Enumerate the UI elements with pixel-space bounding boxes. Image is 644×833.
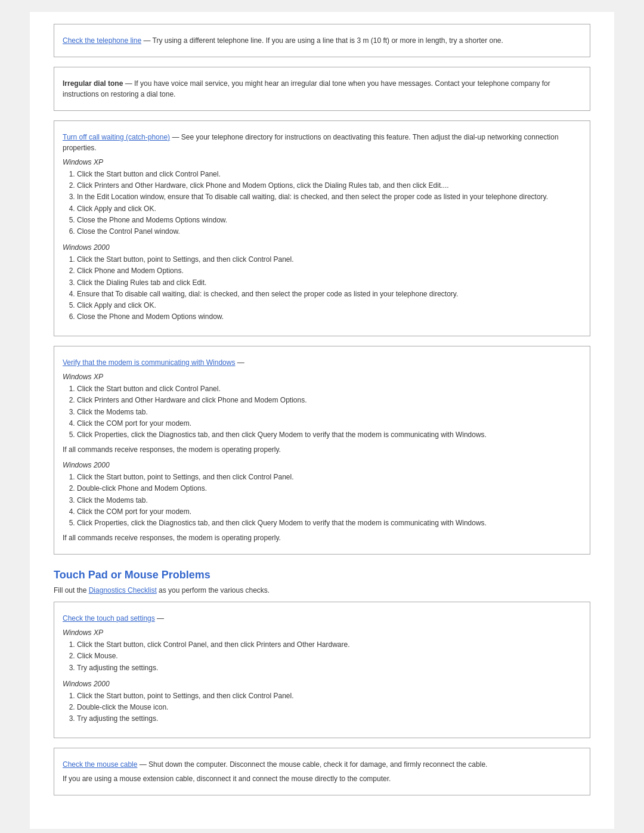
- diagnostics-checklist-link[interactable]: Diagnostics Checklist: [89, 586, 157, 594]
- list-item: Click Apply and click OK.: [77, 300, 581, 311]
- touchpad-intro-text: Fill out the: [54, 586, 86, 594]
- list-item: Close the Phone and Modem Options window…: [77, 311, 581, 323]
- verify-modem-heading-row: Verify that the modem is communicating w…: [63, 357, 581, 368]
- check-mouse-cable-link[interactable]: Check the mouse cable: [63, 760, 137, 769]
- verify-modem-w2k-footer: If all commands receive responses, the m…: [63, 532, 581, 543]
- telephone-line-body: Try using a different telephone line. If…: [150, 36, 503, 45]
- verify-modem-xp-steps: Click the Start button and click Control…: [77, 383, 581, 441]
- call-waiting-w2k-label: Windows 2000: [63, 243, 581, 252]
- list-item: Double-click the Mouse icon.: [77, 702, 581, 713]
- list-item: Click the Start button and click Control…: [77, 383, 581, 395]
- list-item: Click Apply and click OK.: [77, 203, 581, 215]
- list-item: Click the Modems tab.: [77, 407, 581, 418]
- irregular-dial-tone-dash: —: [123, 79, 132, 88]
- verify-modem-box: Verify that the modem is communicating w…: [54, 346, 590, 555]
- list-item: Click Properties, click the Diagnostics …: [77, 429, 581, 441]
- touchpad-settings-box: Check the touch pad settings — Windows X…: [54, 602, 590, 738]
- call-waiting-xp-label: Windows XP: [63, 158, 581, 166]
- touchpad-settings-heading-row: Check the touch pad settings —: [63, 613, 581, 624]
- verify-modem-dash: —: [235, 358, 244, 367]
- irregular-dial-tone-box: Irregular dial tone — If you have voice …: [54, 67, 590, 111]
- list-item: Try adjusting the settings.: [77, 662, 581, 674]
- list-item: Click Properties, click the Diagnostics …: [77, 518, 581, 529]
- list-item: Click the Modems tab.: [77, 495, 581, 506]
- list-item: Ensure that To disable call waiting, dia…: [77, 289, 581, 300]
- call-waiting-box: Turn off call waiting (catch-phone) — Se…: [54, 120, 590, 336]
- mouse-cable-body: Shut down the computer. Disconnect the m…: [147, 760, 488, 769]
- touchpad-section-title: Touch Pad or Mouse Problems: [54, 569, 590, 581]
- telephone-line-box: Check the telephone line — Try using a d…: [54, 24, 590, 57]
- mouse-cable-footer: If you are using a mouse extension cable…: [63, 773, 581, 784]
- mouse-cable-dash: —: [137, 760, 146, 769]
- touchpad-xp-steps: Click the Start button, click Control Pa…: [77, 639, 581, 674]
- verify-modem-w2k-label: Windows 2000: [63, 461, 581, 469]
- irregular-dial-tone-body: If you have voice mail service, you migh…: [63, 79, 550, 98]
- list-item: Click Printers and Other Hardware, click…: [77, 180, 581, 191]
- touchpad-intro-suffix: as you perform the various checks.: [157, 586, 270, 594]
- verify-modem-xp-footer: If all commands receive responses, the m…: [63, 444, 581, 455]
- call-waiting-content: Turn off call waiting (catch-phone) — Se…: [63, 127, 581, 330]
- call-waiting-dash: —: [170, 133, 179, 141]
- list-item: Double-click Phone and Modem Options.: [77, 483, 581, 494]
- list-item: Close the Phone and Modems Options windo…: [77, 215, 581, 226]
- touchpad-settings-dash: —: [155, 614, 164, 623]
- check-touchpad-link[interactable]: Check the touch pad settings: [63, 614, 155, 623]
- call-waiting-xp-steps: Click the Start button and click Control…: [77, 169, 581, 237]
- list-item: Try adjusting the settings.: [77, 713, 581, 724]
- mouse-cable-heading-row: Check the mouse cable — Shut down the co…: [63, 759, 581, 770]
- list-item: Click the Start button and click Control…: [77, 169, 581, 180]
- list-item: Click the Start button, point to Setting…: [77, 472, 581, 483]
- telephone-line-dash: —: [141, 36, 150, 45]
- call-waiting-w2k-steps: Click the Start button, point to Setting…: [77, 254, 581, 323]
- irregular-dial-tone-content: Irregular dial tone — If you have voice …: [63, 73, 581, 104]
- check-telephone-line-link[interactable]: Check the telephone line: [63, 36, 141, 45]
- verify-modem-content: Verify that the modem is communicating w…: [63, 352, 581, 548]
- call-waiting-link[interactable]: Turn off call waiting (catch-phone): [63, 133, 170, 141]
- list-item: Click the COM port for your modem.: [77, 506, 581, 518]
- verify-modem-xp-label: Windows XP: [63, 373, 581, 381]
- list-item: Click the Start button, point to Setting…: [77, 254, 581, 265]
- list-item: Click the COM port for your modem.: [77, 418, 581, 429]
- touchpad-w2k-label: Windows 2000: [63, 680, 581, 688]
- list-item: Click the Dialing Rules tab and click Ed…: [77, 277, 581, 289]
- list-item: Click Printers and Other Hardware and cl…: [77, 395, 581, 406]
- mouse-cable-content: Check the mouse cable — Shut down the co…: [63, 754, 581, 789]
- list-item: Click Phone and Modem Options.: [77, 265, 581, 277]
- list-item: Click the Start button, point to Setting…: [77, 690, 581, 702]
- touchpad-xp-label: Windows XP: [63, 628, 581, 637]
- call-waiting-heading-row: Turn off call waiting (catch-phone) — Se…: [63, 132, 581, 153]
- mouse-cable-box: Check the mouse cable — Shut down the co…: [54, 748, 590, 795]
- verify-modem-link[interactable]: Verify that the modem is communicating w…: [63, 358, 235, 367]
- list-item: In the Edit Location window, ensure that…: [77, 191, 581, 203]
- verify-modem-w2k-steps: Click the Start button, point to Setting…: [77, 472, 581, 529]
- touchpad-w2k-steps: Click the Start button, point to Setting…: [77, 690, 581, 725]
- list-item: Close the Control Panel window.: [77, 226, 581, 237]
- page-container: Check the telephone line — Try using a d…: [30, 12, 614, 829]
- list-item: Click Mouse.: [77, 651, 581, 662]
- telephone-line-content: Check the telephone line — Try using a d…: [63, 30, 581, 51]
- irregular-dial-tone-heading: Irregular dial tone: [63, 79, 123, 88]
- list-item: Click the Start button, click Control Pa…: [77, 639, 581, 651]
- touchpad-intro: Fill out the Diagnostics Checklist as yo…: [54, 586, 590, 594]
- touchpad-settings-content: Check the touch pad settings — Windows X…: [63, 608, 581, 732]
